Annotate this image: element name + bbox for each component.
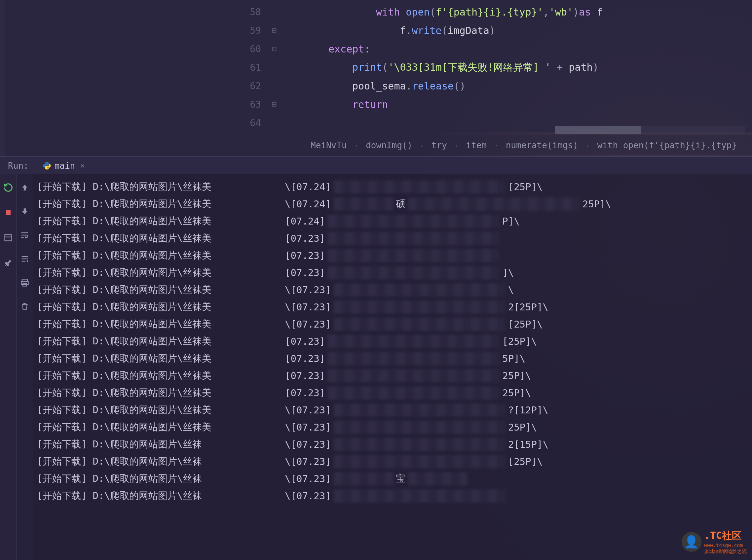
redacted-region	[328, 232, 500, 245]
python-icon	[43, 161, 51, 170]
redacted-region	[328, 335, 500, 348]
console-line: [开始下载] D:\爬取的网站图片\丝袜美 [07.23] 5P]\	[37, 350, 752, 367]
code-text: pool_sema.release()	[281, 80, 465, 92]
redacted-region	[334, 455, 505, 468]
console-line: [开始下载] D:\爬取的网站图片\丝袜 \[07.23] 宝	[37, 470, 752, 487]
svg-rect-1	[5, 235, 12, 241]
console-line: [开始下载] D:\爬取的网站图片\丝袜美 [07.23] 25P]\	[37, 384, 752, 401]
redacted-region	[334, 180, 505, 194]
run-toolbar-secondary	[17, 174, 33, 560]
soft-wrap-icon[interactable]	[19, 230, 30, 240]
code-text: f.write(imgData)	[281, 25, 495, 36]
fold-icon[interactable]: ⊟	[268, 100, 281, 109]
layout-icon[interactable]	[3, 233, 14, 243]
run-toolbar-primary	[0, 174, 17, 560]
run-tool-window: Run: main ×	[0, 157, 752, 560]
watermark-sub: 屠城辅助网@梦之晓	[704, 548, 747, 555]
run-tab-main[interactable]: main ×	[39, 158, 89, 173]
line-number: 60	[238, 44, 268, 55]
code-text: print('\033[31m[下载失败!网络异常] ' + path)	[281, 61, 599, 74]
redacted-region	[334, 300, 505, 314]
breadcrumb-item[interactable]: try	[431, 140, 447, 150]
code-line[interactable]: 60⊟except:	[238, 40, 752, 58]
print-icon[interactable]	[19, 277, 30, 288]
console-line: [开始下载] D:\爬取的网站图片\丝袜美 [07.23] [25P]\	[37, 333, 752, 350]
breadcrumb-item[interactable]: downImg()	[366, 140, 412, 150]
left-panel-collapse[interactable]	[0, 0, 5, 157]
console-line: [开始下载] D:\爬取的网站图片\丝袜美 \[07.24] 硕 25P]\	[37, 196, 752, 213]
console-line: [开始下载] D:\爬取的网站图片\丝袜美 \[07.23] 25P]\	[37, 419, 752, 436]
chevron-right-icon: ›	[355, 142, 358, 148]
line-number: 64	[238, 118, 268, 128]
watermark-url: www.tcsqw.com	[704, 542, 747, 548]
watermark-logo-icon: 👤	[682, 532, 701, 552]
console-line: [开始下载] D:\爬取的网站图片\丝袜美 \[07.23] 2[25P]\	[37, 299, 752, 316]
code-text: return	[281, 99, 388, 110]
code-line[interactable]: 61print('\033[31m[下载失败!网络异常] ' + path)	[238, 58, 752, 77]
code-line[interactable]: 59⊟f.write(imgData)	[238, 21, 752, 40]
redacted-region	[334, 403, 505, 417]
console-line: [开始下载] D:\爬取的网站图片\丝袜美 \[07.23] [25P]\	[37, 316, 752, 333]
breadcrumb-item[interactable]: numerate(imgs)	[506, 140, 578, 150]
redacted-region	[328, 352, 500, 365]
chevron-right-icon: ›	[495, 142, 498, 148]
svg-rect-4	[21, 282, 28, 285]
console-output[interactable]: [开始下载] D:\爬取的网站图片\丝袜美 \[07.24] [25P]\[开始…	[33, 174, 752, 560]
code-line[interactable]: 62pool_sema.release()	[238, 77, 752, 95]
chevron-right-icon: ›	[586, 142, 590, 148]
console-line: [开始下载] D:\爬取的网站图片\丝袜美 [07.23] ]\	[37, 264, 752, 281]
up-arrow-icon[interactable]	[19, 182, 30, 193]
redacted-region	[334, 283, 505, 297]
redacted-region	[328, 215, 500, 228]
run-panel-header: Run: main ×	[0, 157, 752, 174]
line-number: 61	[238, 62, 268, 73]
redacted-region	[334, 438, 505, 451]
chevron-right-icon: ›	[420, 142, 424, 148]
console-line: [开始下载] D:\爬取的网站图片\丝袜美 \[07.23] ?[12P]\	[37, 401, 752, 419]
trash-icon[interactable]	[19, 301, 30, 312]
console-line: [开始下载] D:\爬取的网站图片\丝袜美 [07.23]	[37, 247, 752, 264]
chevron-right-icon: ›	[455, 142, 458, 148]
code-text: except:	[281, 43, 370, 55]
redacted-region	[328, 266, 500, 279]
console-line: [开始下载] D:\爬取的网站图片\丝袜 \[07.23] 2[15P]\	[37, 436, 752, 453]
breadcrumb-item[interactable]: MeiNvTu	[311, 140, 347, 150]
code-editor[interactable]: 58with open(f'{path}{i}.{typ}','wb')as f…	[238, 0, 752, 132]
code-text: with open(f'{path}{i}.{typ}','wb')as f	[281, 6, 603, 18]
breadcrumb-item[interactable]: item	[466, 140, 487, 150]
redacted-region	[328, 369, 500, 382]
close-icon[interactable]: ×	[80, 161, 84, 170]
redacted-region	[408, 472, 467, 485]
run-tab-label: main	[55, 161, 75, 171]
run-label: Run:	[8, 161, 29, 171]
scrollbar-thumb[interactable]	[555, 126, 641, 134]
breadcrumb-bar: MeiNvTu›downImg()›try›item›numerate(imgs…	[238, 135, 752, 155]
code-line[interactable]: 63⊟return	[238, 95, 752, 114]
console-line: [开始下载] D:\爬取的网站图片\丝袜美 \[07.23] \	[37, 281, 752, 299]
pin-icon[interactable]	[3, 258, 14, 268]
console-line: [开始下载] D:\爬取的网站图片\丝袜 \[07.23] [25P]\	[37, 453, 752, 470]
rerun-icon[interactable]	[3, 182, 14, 193]
redacted-region	[334, 318, 505, 331]
stop-icon[interactable]	[3, 207, 14, 218]
redacted-region	[328, 386, 500, 400]
console-line: [开始下载] D:\爬取的网站图片\丝袜美 [07.24] P]\	[37, 213, 752, 230]
code-line[interactable]: 58with open(f'{path}{i}.{typ}','wb')as f	[238, 3, 752, 21]
watermark-title: .TC社区	[704, 529, 747, 542]
fold-icon[interactable]: ⊟	[268, 26, 281, 35]
fold-icon[interactable]: ⊟	[268, 44, 281, 54]
redacted-region	[334, 489, 505, 503]
line-number: 59	[238, 25, 268, 36]
line-number: 62	[238, 81, 268, 92]
line-number: 63	[238, 99, 268, 110]
console-line: [开始下载] D:\爬取的网站图片\丝袜 \[07.23]	[37, 487, 752, 504]
line-number: 58	[238, 6, 268, 18]
redacted-region	[328, 249, 500, 262]
down-arrow-icon[interactable]	[19, 206, 30, 217]
scroll-to-end-icon[interactable]	[19, 254, 30, 264]
console-line: [开始下载] D:\爬取的网站图片\丝袜美 [07.23] 25P]\	[37, 367, 752, 384]
console-line: [开始下载] D:\爬取的网站图片\丝袜美 [07.23]	[37, 230, 752, 247]
breadcrumb-item[interactable]: with open(f'{path}{i}.{typ}	[597, 140, 737, 150]
horizontal-scrollbar[interactable]	[555, 126, 746, 134]
watermark: 👤 .TC社区 www.tcsqw.com 屠城辅助网@梦之晓	[682, 529, 747, 555]
